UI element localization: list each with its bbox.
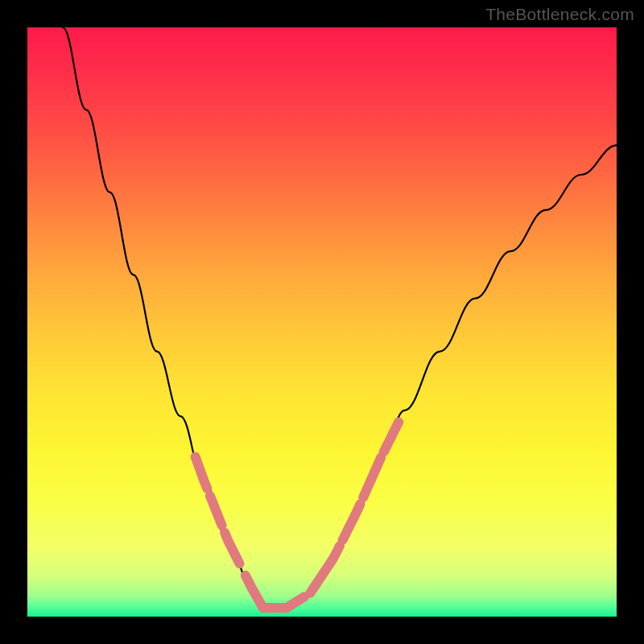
curve-marker-segment xyxy=(287,597,304,608)
chart-svg xyxy=(27,27,617,617)
curve-marker-segment xyxy=(210,496,222,526)
bottleneck-curve xyxy=(63,27,617,608)
curve-markers xyxy=(196,422,399,608)
plot-area xyxy=(27,27,617,617)
curve-marker-segment xyxy=(196,456,208,488)
curve-marker-segment xyxy=(225,533,239,564)
curve-marker-segment xyxy=(310,546,340,593)
curve-marker-segment xyxy=(384,422,398,452)
watermark-text: TheBottleneck.com xyxy=(485,5,634,24)
curve-marker-segment xyxy=(363,457,381,497)
curve-marker-segment xyxy=(343,504,361,540)
curve-marker-segment xyxy=(246,576,263,608)
chart-frame: TheBottleneck.com xyxy=(0,0,644,644)
